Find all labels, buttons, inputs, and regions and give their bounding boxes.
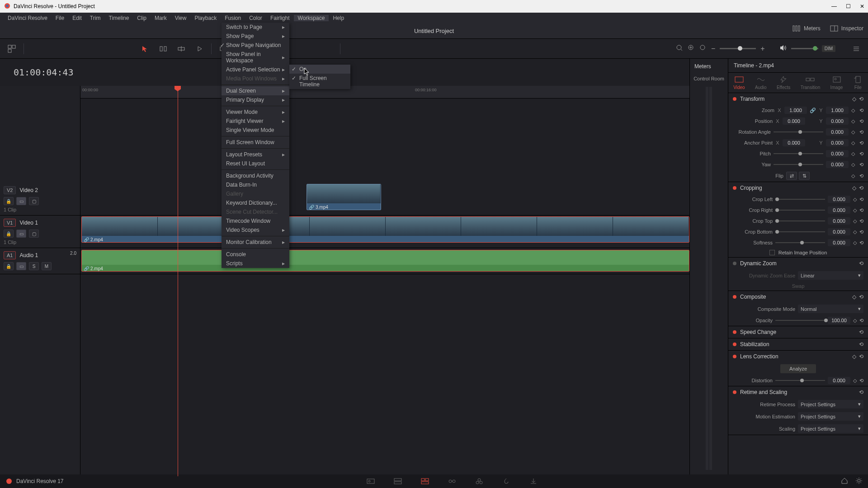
pitch-slider[interactable]: [774, 153, 823, 154]
menu-item-primary-display[interactable]: Primary Display▸: [222, 95, 289, 104]
inspector-tab-audio[interactable]: Audio: [755, 75, 767, 90]
clip-v2[interactable]: 🔗3.mp4: [307, 184, 381, 210]
section-retime[interactable]: Retime and Scaling⟲: [728, 386, 868, 398]
menu-item-single-viewer-mode[interactable]: Single Viewer Mode: [222, 126, 289, 135]
menu-item-switch-to-page[interactable]: Switch to Page▸: [222, 23, 289, 32]
timeline-options-button[interactable]: [850, 42, 863, 55]
inspector-tab-image[interactable]: Image: [830, 75, 843, 90]
menu-item-active-panel-selection[interactable]: Active Panel Selection▸: [222, 65, 289, 74]
fairlight-page[interactable]: [502, 477, 511, 485]
zoom-out-button[interactable]: [676, 44, 683, 53]
menu-item-full-screen-window[interactable]: Full Screen Window: [222, 138, 289, 147]
menu-playback[interactable]: Playback: [190, 15, 221, 21]
analyze-button[interactable]: Analyze: [780, 364, 816, 373]
menu-item-reset-ui-layout[interactable]: Reset UI Layout: [222, 159, 289, 168]
menu-file[interactable]: File: [52, 15, 68, 21]
menu-item-dual-screen[interactable]: Dual Screen▸: [222, 86, 289, 95]
media-page[interactable]: [366, 477, 375, 485]
menu-color[interactable]: Color: [245, 15, 266, 21]
playhead[interactable]: [178, 86, 178, 476]
menu-item-console[interactable]: Console: [222, 250, 289, 259]
menu-davinci-resolve[interactable]: DaVinci Resolve: [4, 15, 52, 21]
track-solo-a1[interactable]: S: [29, 262, 39, 270]
maximize-button[interactable]: ☐: [846, 3, 851, 9]
cut-page[interactable]: [393, 477, 402, 485]
color-page[interactable]: [475, 477, 484, 485]
menu-item-keyword-dictionary-[interactable]: Keyword Dictionary...: [222, 198, 289, 207]
track-lock-v2[interactable]: 🔒: [4, 197, 14, 205]
menu-item-background-activity[interactable]: Background Activity: [222, 171, 289, 180]
section-dynamic-zoom[interactable]: Dynamic Zoom⟲: [728, 258, 868, 269]
track-header-v1[interactable]: V1Video 1 🔒▭▢ 1 Clip: [0, 216, 80, 248]
fusion-page[interactable]: [448, 477, 457, 485]
inspector-tab-video[interactable]: Video: [733, 75, 745, 90]
section-cropping[interactable]: Cropping◇⟲: [728, 182, 868, 194]
reset-icon[interactable]: ⟲: [859, 96, 863, 102]
menu-trim[interactable]: Trim: [86, 15, 105, 21]
menu-fusion[interactable]: Fusion: [221, 15, 245, 21]
menu-item-monitor-calibration[interactable]: Monitor Calibration▸: [222, 238, 289, 247]
section-stabilization[interactable]: Stabilization⟲: [728, 338, 868, 350]
selection-tool[interactable]: [139, 42, 151, 55]
ease-select[interactable]: Linear▾: [798, 271, 863, 280]
menu-item-layout-presets[interactable]: Layout Presets▸: [222, 150, 289, 159]
yaw-slider[interactable]: [774, 164, 823, 165]
menu-item-fairlight-viewer[interactable]: Fairlight Viewer▸: [222, 117, 289, 126]
menu-workspace[interactable]: Workspace: [294, 15, 329, 21]
close-button[interactable]: ✕: [860, 3, 864, 9]
home-icon[interactable]: [841, 477, 848, 486]
track-header-v2[interactable]: V2Video 2 🔒▭▢ 1 Clip: [0, 183, 80, 216]
menu-clip[interactable]: Clip: [133, 15, 151, 21]
deliver-page[interactable]: [529, 477, 538, 485]
zoom-x-field[interactable]: 1.000: [784, 107, 807, 114]
track-lock-v1[interactable]: 🔒: [4, 230, 14, 238]
keyframe-icon[interactable]: ◇: [852, 96, 856, 102]
track-enable-v2[interactable]: ▭: [16, 197, 26, 205]
zoom-fit-button[interactable]: [688, 44, 695, 53]
rotation-slider[interactable]: [774, 131, 823, 132]
motion-est-select[interactable]: Project Settings▾: [798, 412, 863, 421]
menu-view[interactable]: View: [171, 15, 191, 21]
scaling-select[interactable]: Project Settings▾: [798, 424, 863, 433]
settings-icon[interactable]: [855, 477, 863, 486]
menu-item-video-scopes[interactable]: Video Scopes▸: [222, 225, 289, 235]
track-display-v2[interactable]: ▢: [29, 197, 39, 205]
track-header-a1[interactable]: A1Audio 12.0 🔒▭SM: [0, 248, 80, 274]
inspector-tab-transition[interactable]: Transition: [801, 75, 821, 90]
menu-mark[interactable]: Mark: [151, 15, 171, 21]
pos-y-field[interactable]: 0.000: [826, 117, 849, 125]
menu-item-timecode-window[interactable]: Timecode Window: [222, 216, 289, 225]
clip-v1[interactable]: 🔗2.mp4: [81, 216, 689, 243]
pos-x-field[interactable]: 0.000: [783, 117, 805, 125]
inspector-panel-button[interactable]: Inspector: [830, 25, 863, 32]
section-lens[interactable]: Lens Correction◇⟲: [728, 351, 868, 362]
dim-button[interactable]: DIM: [822, 45, 835, 52]
volume-slider[interactable]: [791, 48, 818, 49]
track-enable-v1[interactable]: ▭: [16, 230, 26, 238]
menu-timeline[interactable]: Timeline: [104, 15, 133, 21]
menu-fairlight[interactable]: Fairlight: [266, 15, 294, 21]
zoom-out-icon[interactable]: −: [711, 45, 715, 53]
section-composite[interactable]: Composite◇⟲: [728, 291, 868, 303]
media-pool-button[interactable]: [5, 42, 18, 55]
section-transform[interactable]: Transform◇⟲: [728, 93, 868, 105]
volume-icon[interactable]: [779, 44, 788, 54]
menu-item-data-burn-in[interactable]: Data Burn-In: [222, 180, 289, 189]
dynamic-trim-tool[interactable]: [193, 42, 206, 55]
flip-h-button[interactable]: ⇄: [786, 172, 797, 180]
inspector-tab-file[interactable]: File: [853, 75, 863, 90]
composite-mode-select[interactable]: Normal▾: [798, 305, 863, 313]
track-enable-a1[interactable]: ▭: [16, 262, 26, 270]
custom-zoom-button[interactable]: [699, 44, 707, 53]
menu-item-show-panel-in-workspace[interactable]: Show Panel in Workspace▸: [222, 50, 289, 65]
submenu-full-screen-timeline[interactable]: ✓Full Screen Timeline: [289, 74, 350, 89]
menu-item-show-page-navigation[interactable]: ✓Show Page Navigation: [222, 41, 289, 50]
menu-item-show-page[interactable]: Show Page▸: [222, 32, 289, 41]
menu-help[interactable]: Help: [329, 15, 348, 21]
blade-tool[interactable]: [175, 42, 188, 55]
menu-item-scripts[interactable]: Scripts▸: [222, 259, 289, 268]
track-display-v1[interactable]: ▢: [29, 230, 39, 238]
retain-checkbox[interactable]: [769, 250, 775, 255]
flip-v-button[interactable]: ⇅: [799, 172, 810, 180]
section-speed[interactable]: Speed Change⟲: [728, 326, 868, 338]
